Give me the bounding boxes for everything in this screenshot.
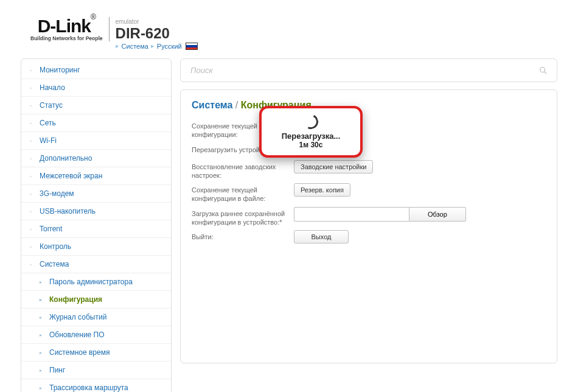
sidebar-sub-time[interactable]: ▸Системное время bbox=[21, 344, 171, 362]
sidebar-item-start[interactable]: ◦Начало bbox=[21, 79, 171, 97]
chevron-right-icon: ▸ bbox=[151, 42, 155, 50]
label-upload: Загрузка раннее сохранённой конфигурации… bbox=[192, 207, 294, 227]
chevron-right-icon: ▸ bbox=[40, 368, 46, 373]
sidebar-item-status[interactable]: ◦Статус bbox=[21, 97, 171, 114]
search-input[interactable] bbox=[189, 65, 538, 75]
bullet-icon: ◦ bbox=[30, 138, 36, 144]
sidebar-item-firewall[interactable]: ◦Межсетевой экран bbox=[21, 167, 171, 185]
flag-ru-icon[interactable] bbox=[186, 43, 198, 50]
chevron-right-icon: ▸ bbox=[40, 350, 46, 355]
sidebar-sub-ping[interactable]: ▸Пинг bbox=[21, 362, 171, 379]
bullet-icon: ◦ bbox=[30, 191, 36, 197]
logout-button[interactable]: Выход bbox=[294, 230, 349, 243]
bullet-icon: ◦ bbox=[30, 85, 36, 91]
sidebar-item-torrent[interactable]: ◦Torrent bbox=[21, 220, 171, 238]
search-panel bbox=[180, 58, 557, 82]
config-panel: Система / Конфигурация Сохранение текуще… bbox=[180, 89, 557, 363]
factory-reset-button[interactable]: Заводские настройки bbox=[294, 160, 373, 173]
sidebar-sub-log[interactable]: ▸Журнал событий bbox=[21, 309, 171, 326]
bullet-icon: ◦ bbox=[30, 261, 36, 268]
modal-countdown: 1м 30с bbox=[266, 141, 355, 149]
sidebar-item-advanced[interactable]: ◦Дополнительно bbox=[21, 150, 171, 167]
bullet-icon: ◦ bbox=[30, 208, 36, 215]
bullet-icon: ◦ bbox=[30, 155, 36, 162]
chevron-right-icon: ▸ bbox=[40, 332, 46, 338]
upload-file-path[interactable] bbox=[294, 207, 409, 222]
sidebar-item-network[interactable]: ◦Сеть bbox=[21, 114, 171, 132]
label-factory: Восстановление заводских настроек: bbox=[192, 160, 294, 180]
bullet-icon: ◦ bbox=[30, 67, 36, 74]
bullet-icon: ◦ bbox=[30, 120, 36, 127]
chevron-right-icon: ▸ bbox=[40, 385, 46, 391]
bullet-icon: ◦ bbox=[30, 226, 36, 233]
logo-main: D-Link® bbox=[38, 17, 96, 35]
sidebar-sub-admin-password[interactable]: ▸Пароль администратора bbox=[21, 273, 171, 291]
model-name: DIR-620 bbox=[116, 26, 198, 41]
svg-line-1 bbox=[545, 71, 547, 74]
search-icon[interactable] bbox=[538, 66, 548, 75]
chevron-right-icon: ▸ bbox=[40, 315, 46, 320]
chevron-right-icon: ▸ bbox=[40, 279, 46, 285]
chevron-right-icon: ▸ bbox=[116, 42, 119, 50]
browse-button[interactable]: Обзор bbox=[409, 207, 466, 222]
modal-title: Перезагрузка... bbox=[266, 131, 355, 141]
spinner-icon bbox=[302, 113, 321, 131]
reboot-modal: Перезагрузка... 1м 30с bbox=[259, 106, 363, 158]
bullet-icon: ◦ bbox=[30, 173, 36, 180]
logo: D-Link® Building Networks for People bbox=[30, 17, 110, 41]
chevron-right-icon: ▸ bbox=[40, 297, 46, 303]
label-backup: Сохранение текущей конфигурации в файле: bbox=[192, 183, 294, 203]
sidebar-item-3g[interactable]: ◦3G-модем bbox=[21, 185, 171, 203]
bullet-icon: ◦ bbox=[30, 102, 36, 109]
breadcrumb-language[interactable]: Русский bbox=[157, 43, 182, 50]
bullet-icon: ◦ bbox=[30, 243, 36, 250]
sidebar: ◦Мониторинг ◦Начало ◦Статус ◦Сеть ◦Wi-Fi… bbox=[21, 58, 172, 392]
sidebar-item-control[interactable]: ◦Контроль bbox=[21, 238, 171, 256]
sidebar-item-wifi[interactable]: ◦Wi-Fi bbox=[21, 132, 171, 150]
breadcrumb-system[interactable]: Система bbox=[122, 43, 148, 50]
emulator-label: emulator bbox=[116, 18, 198, 25]
sidebar-sub-traceroute[interactable]: ▸Трассировка маршрута bbox=[21, 379, 171, 392]
sidebar-item-monitoring[interactable]: ◦Мониторинг bbox=[21, 61, 171, 79]
sidebar-item-usb-storage[interactable]: ◦USB-накопитель bbox=[21, 203, 171, 220]
logo-tagline: Building Networks for People bbox=[30, 35, 103, 41]
header: D-Link® Building Networks for People emu… bbox=[12, 0, 566, 55]
breadcrumb: ▸ Система ▸ Русский bbox=[116, 42, 198, 50]
sidebar-sub-firmware[interactable]: ▸Обновление ПО bbox=[21, 326, 171, 344]
backup-button[interactable]: Резерв. копия bbox=[294, 183, 350, 197]
label-logout: Выйти: bbox=[192, 230, 294, 241]
panel-title: Система / Конфигурация bbox=[192, 100, 546, 111]
sidebar-sub-configuration[interactable]: ▸Конфигурация bbox=[21, 291, 171, 309]
sidebar-item-system[interactable]: ◦Система bbox=[21, 256, 171, 273]
svg-point-0 bbox=[540, 67, 545, 72]
